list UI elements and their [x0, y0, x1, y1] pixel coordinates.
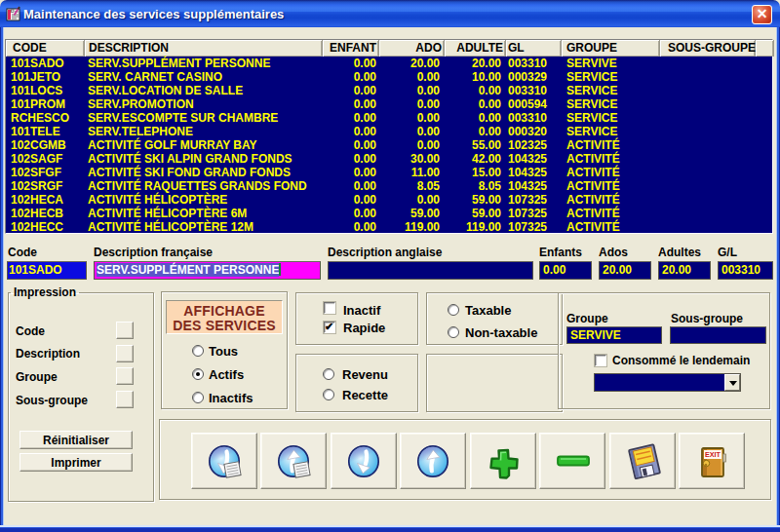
- svg-text:EXIT: EXIT: [705, 450, 721, 459]
